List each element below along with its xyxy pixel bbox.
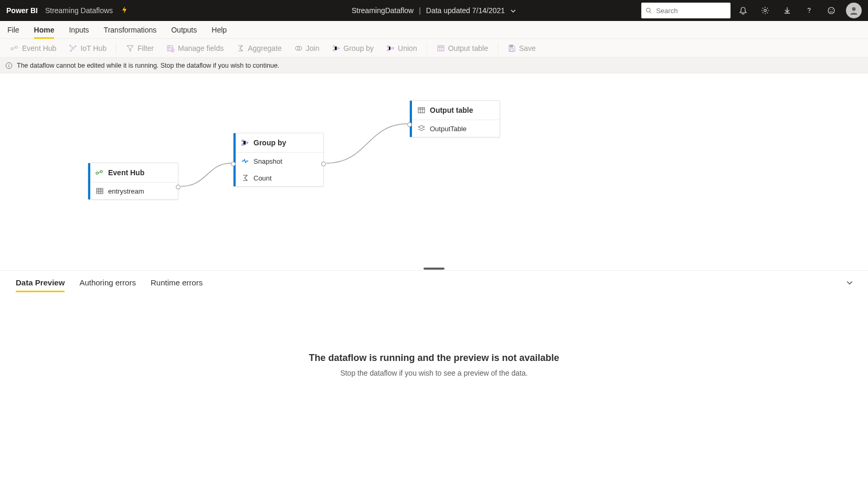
filter-icon bbox=[126, 44, 134, 52]
preview-message: The dataflow is running and the preview … bbox=[0, 353, 868, 377]
input-port[interactable] bbox=[407, 122, 412, 127]
tab-runtime-errors[interactable]: Runtime errors bbox=[151, 278, 203, 292]
feedback-button[interactable] bbox=[822, 1, 841, 20]
group-by-button[interactable]: Group by bbox=[327, 41, 379, 55]
search-icon bbox=[645, 7, 652, 14]
manage-fields-button[interactable]: Manage fields bbox=[161, 41, 229, 55]
nav-home[interactable]: Home bbox=[34, 22, 55, 38]
node-header: Group by bbox=[234, 133, 323, 153]
node-output-table[interactable]: Output table OutputTable bbox=[409, 100, 500, 137]
title-center[interactable]: StreamingDataflow | Data updated 7/14/20… bbox=[352, 6, 516, 15]
preview-title: The dataflow is running and the preview … bbox=[0, 353, 868, 364]
toolbar-separator bbox=[427, 42, 427, 54]
gear-icon bbox=[761, 6, 769, 15]
preview-subtitle: Stop the dataflow if you wish to see a p… bbox=[0, 369, 868, 377]
node-accent bbox=[410, 101, 412, 137]
person-icon bbox=[849, 6, 859, 15]
event-hub-icon bbox=[10, 44, 19, 52]
svg-rect-17 bbox=[333, 46, 335, 47]
chevron-down-icon bbox=[846, 279, 853, 286]
output-table-button[interactable]: Output table bbox=[431, 41, 493, 55]
svg-line-1 bbox=[650, 12, 651, 13]
search-field[interactable] bbox=[656, 7, 726, 15]
question-icon bbox=[805, 6, 813, 15]
group-by-icon bbox=[241, 139, 249, 147]
ribbon-toolbar: Event Hub IoT Hub Filter Manage fields A… bbox=[0, 39, 868, 58]
info-icon bbox=[5, 62, 13, 69]
svg-rect-29 bbox=[100, 171, 102, 173]
svg-point-11 bbox=[75, 45, 76, 46]
collapse-panel-button[interactable] bbox=[846, 279, 853, 288]
svg-rect-20 bbox=[387, 49, 389, 51]
top-app-bar: Power BI Streaming Dataflows StreamingDa… bbox=[0, 0, 868, 21]
top-right-controls bbox=[641, 1, 862, 20]
union-icon bbox=[386, 44, 395, 52]
search-input[interactable] bbox=[641, 3, 731, 18]
save-button[interactable]: Save bbox=[502, 41, 541, 55]
svg-rect-33 bbox=[418, 108, 425, 113]
toolbar-separator bbox=[116, 42, 117, 54]
svg-point-10 bbox=[70, 45, 71, 46]
manage-fields-icon bbox=[166, 44, 175, 52]
banner-text: The dataflow cannot be edited while it i… bbox=[17, 62, 279, 69]
download-button[interactable] bbox=[778, 1, 797, 20]
nav-tabs: File Home Inputs Transformations Outputs… bbox=[0, 21, 868, 39]
join-icon bbox=[294, 44, 303, 52]
tab-data-preview[interactable]: Data Preview bbox=[16, 278, 65, 292]
output-table-icon bbox=[437, 44, 445, 52]
node-accent bbox=[88, 163, 90, 199]
output-port[interactable] bbox=[321, 162, 326, 166]
settings-button[interactable] bbox=[756, 1, 775, 20]
svg-point-0 bbox=[647, 8, 651, 12]
download-icon bbox=[783, 6, 791, 15]
bell-icon bbox=[739, 6, 747, 15]
table-icon bbox=[96, 187, 104, 195]
chevron-down-icon[interactable] bbox=[510, 6, 516, 15]
node-field: Snapshot bbox=[234, 153, 323, 169]
nav-transformations[interactable]: Transformations bbox=[104, 22, 157, 38]
updated-label: Data updated 7/14/2021 bbox=[426, 6, 505, 15]
bottom-panel: Data Preview Authoring errors Runtime er… bbox=[0, 270, 868, 499]
aggregate-button[interactable]: Aggregate bbox=[231, 41, 287, 55]
svg-rect-30 bbox=[97, 188, 103, 194]
event-hub-button[interactable]: Event Hub bbox=[5, 41, 61, 55]
notifications-button[interactable] bbox=[734, 1, 753, 20]
node-event-hub[interactable]: Event Hub entrystream bbox=[88, 163, 178, 200]
svg-point-2 bbox=[764, 9, 766, 12]
event-hub-icon bbox=[96, 168, 104, 177]
nav-outputs[interactable]: Outputs bbox=[171, 22, 197, 38]
join-button[interactable]: Join bbox=[289, 41, 325, 55]
nav-inputs[interactable]: Inputs bbox=[69, 22, 89, 38]
divider: | bbox=[419, 6, 421, 15]
svg-rect-31 bbox=[242, 140, 244, 142]
svg-rect-19 bbox=[387, 46, 389, 47]
tab-authoring-errors[interactable]: Authoring errors bbox=[79, 278, 136, 292]
save-icon bbox=[507, 44, 516, 52]
node-accent bbox=[234, 133, 236, 186]
svg-rect-24 bbox=[510, 45, 513, 47]
svg-point-6 bbox=[852, 7, 856, 11]
output-port[interactable] bbox=[176, 185, 181, 189]
node-field: entrystream bbox=[88, 183, 178, 199]
filter-button[interactable]: Filter bbox=[121, 41, 159, 55]
node-header: Event Hub bbox=[88, 163, 178, 183]
svg-rect-13 bbox=[167, 46, 173, 51]
help-button[interactable] bbox=[800, 1, 819, 20]
union-button[interactable]: Union bbox=[381, 41, 422, 55]
svg-rect-8 bbox=[15, 46, 17, 48]
node-group-by[interactable]: Group by Snapshot Count bbox=[233, 133, 324, 187]
input-port[interactable] bbox=[231, 162, 236, 166]
diagram-canvas[interactable]: Event Hub entrystream Group by Snapshot … bbox=[0, 73, 868, 267]
node-header: Output table bbox=[410, 101, 500, 120]
user-avatar[interactable] bbox=[846, 3, 862, 18]
group-by-icon bbox=[332, 44, 341, 52]
layers-icon bbox=[417, 124, 426, 133]
svg-rect-32 bbox=[242, 144, 244, 145]
nav-help[interactable]: Help bbox=[211, 22, 227, 38]
output-table-icon bbox=[417, 106, 426, 114]
nav-file[interactable]: File bbox=[7, 22, 19, 38]
node-field: OutputTable bbox=[410, 120, 500, 137]
svg-rect-22 bbox=[438, 46, 444, 51]
iot-hub-icon bbox=[69, 44, 77, 52]
iot-hub-button[interactable]: IoT Hub bbox=[63, 41, 112, 55]
